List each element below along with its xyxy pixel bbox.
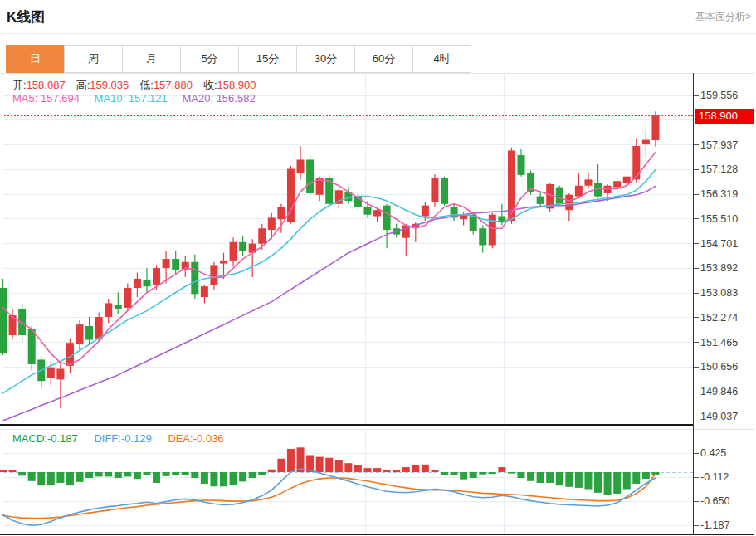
- high-label: 高:: [76, 79, 90, 91]
- high-value: 159.036: [90, 79, 129, 91]
- price-axis-label: 159.556: [700, 89, 738, 102]
- price-axis-label: 155.510: [700, 212, 738, 226]
- tab-month[interactable]: 月: [122, 45, 181, 73]
- period-tabbar: 日 周 月 5分 15分 30分 60分 4时: [7, 45, 471, 73]
- tab-15min[interactable]: 15分: [238, 45, 297, 73]
- page-title: K线图: [7, 7, 45, 27]
- price-axis-label: 151.465: [700, 336, 738, 349]
- fundamental-analysis-link[interactable]: 基本面分析>: [695, 10, 751, 24]
- tab-4hour[interactable]: 4时: [412, 45, 471, 73]
- price-axis-label: 153.083: [700, 286, 738, 300]
- ohlc-legend: 开:158.087高:159.036低:157.880收:158.900: [12, 78, 267, 93]
- open-label: 开:: [12, 79, 27, 91]
- close-label: 收:: [203, 79, 217, 91]
- price-axis-label: 149.846: [700, 385, 738, 398]
- price-axis-label: 152.274: [700, 311, 738, 324]
- last-price-badge: 158.900: [695, 109, 754, 124]
- macd-legend: MACD:-0.187 DIFF:-0.129 DEA:-0.036: [12, 432, 224, 445]
- price-axis-label: 157.128: [700, 163, 738, 176]
- tab-week[interactable]: 周: [64, 45, 123, 73]
- diff-value-legend: DIFF:-0.129: [94, 432, 151, 445]
- tab-60min[interactable]: 60分: [354, 45, 413, 73]
- tab-5min[interactable]: 5分: [180, 45, 239, 73]
- price-axis-label: 154.701: [700, 237, 738, 251]
- low-label: 低:: [139, 79, 154, 91]
- price-axis-label: 149.037: [700, 410, 738, 423]
- ma20-legend: MA20: 156.582: [182, 92, 255, 105]
- macd-axis-label: -0.650: [700, 495, 729, 508]
- ma5-legend: MA5: 157.694: [12, 92, 80, 105]
- open-value: 158.087: [27, 79, 66, 91]
- macd-value-legend: MACD:-0.187: [12, 432, 78, 445]
- price-axis-label: 153.892: [700, 261, 738, 275]
- kline-widget: K线图 基本面分析> 日 周 月 5分 15分 30分 60分 4时 开:158…: [0, 0, 756, 536]
- tab-30min[interactable]: 30分: [296, 45, 355, 73]
- price-axis-label: 156.319: [700, 188, 738, 201]
- dea-value-legend: DEA:-0.036: [168, 432, 223, 445]
- ma-legend: MA5: 157.694 MA10: 157.121 MA20: 156.582: [12, 92, 256, 105]
- close-value: 158.900: [217, 79, 256, 91]
- low-value: 157.880: [154, 79, 193, 91]
- price-axis-label: 157.937: [700, 139, 738, 152]
- price-axis-label: 150.656: [700, 360, 738, 373]
- tab-day[interactable]: 日: [6, 45, 65, 73]
- macd-axis-label: -1.187: [700, 519, 729, 532]
- ma10-legend: MA10: 157.121: [95, 92, 168, 105]
- macd-axis-label: -0.112: [700, 470, 729, 484]
- macd-axis-label: 0.425: [700, 446, 726, 460]
